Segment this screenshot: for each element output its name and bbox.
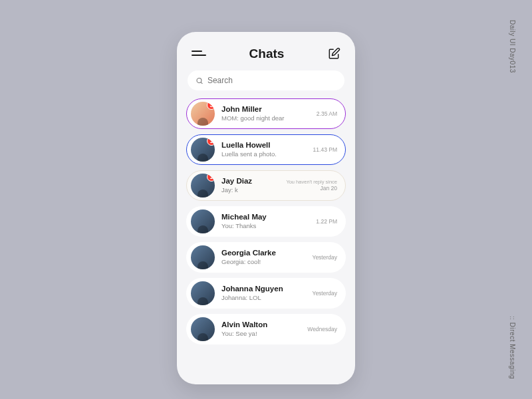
chat-info: Georgia ClarkeGeorgia: cool! bbox=[221, 249, 309, 266]
chat-name: Luella Howell bbox=[221, 141, 309, 150]
chat-name: Georgia Clarke bbox=[221, 249, 309, 258]
chat-name: Micheal May bbox=[221, 213, 312, 222]
chat-timestamp: 2.35 AM bbox=[317, 110, 337, 117]
page-title: Chats bbox=[249, 47, 285, 61]
search-icon bbox=[196, 76, 203, 85]
avatar: 3 bbox=[191, 102, 215, 126]
unread-badge: 3 bbox=[207, 102, 215, 110]
chat-preview: You: See ya! bbox=[221, 330, 303, 338]
chat-info: Alvin WaltonYou: See ya! bbox=[221, 321, 303, 338]
chat-item[interactable]: Georgia ClarkeGeorgia: cool!Yesterday bbox=[186, 242, 346, 273]
chat-info: Johanna NguyenJohanna: LOL bbox=[221, 285, 309, 302]
side-label-top: Daily UI Day013 bbox=[509, 20, 516, 73]
chat-preview: Georgia: cool! bbox=[221, 258, 309, 266]
chat-info: Micheal MayYou: Thanks bbox=[221, 213, 312, 230]
avatar bbox=[191, 245, 215, 269]
chat-preview: Luella sent a photo. bbox=[221, 150, 309, 158]
chat-timestamp: 1.22 PM bbox=[316, 218, 337, 225]
chat-item[interactable]: 1Luella HowellLuella sent a photo.11.43 … bbox=[186, 134, 346, 165]
search-bar[interactable] bbox=[188, 70, 344, 90]
chat-timestamp: You haven't reply sinceJan 20 bbox=[286, 179, 337, 192]
chat-item[interactable]: 1Jay DiazJay: kYou haven't reply sinceJa… bbox=[186, 170, 346, 201]
chat-list: 3John MillerMOM: good night dear2.35 AM1… bbox=[186, 98, 346, 344]
compose-icon[interactable] bbox=[327, 47, 340, 61]
chat-name: Alvin Walton bbox=[221, 321, 303, 330]
header: Chats bbox=[186, 47, 346, 70]
chat-preview: MOM: good night dear bbox=[221, 114, 313, 122]
chat-name: John Miller bbox=[221, 105, 313, 114]
chat-timestamp: Yesterday bbox=[313, 254, 338, 261]
chat-info: John MillerMOM: good night dear bbox=[221, 105, 313, 122]
unread-badge: 1 bbox=[207, 174, 215, 182]
chat-hint: You haven't reply since bbox=[286, 179, 337, 185]
menu-icon[interactable] bbox=[192, 49, 206, 59]
avatar: 1 bbox=[191, 138, 215, 162]
chat-preview: Johanna: LOL bbox=[221, 294, 309, 302]
avatar bbox=[191, 281, 215, 305]
chat-preview: Jay: k bbox=[221, 186, 282, 194]
chat-name: Johanna Nguyen bbox=[221, 285, 309, 294]
svg-point-0 bbox=[197, 78, 201, 82]
phone-frame: Chats 3John MillerMOM: good night dear2.… bbox=[177, 32, 355, 384]
chat-info: Jay DiazJay: k bbox=[221, 177, 282, 194]
avatar bbox=[191, 317, 215, 341]
chat-item[interactable]: 3John MillerMOM: good night dear2.35 AM bbox=[186, 98, 346, 129]
chat-timestamp: Yesterday bbox=[313, 290, 338, 297]
chat-timestamp: 11.43 PM bbox=[313, 146, 337, 153]
search-input[interactable] bbox=[207, 76, 336, 85]
chat-item[interactable]: Alvin WaltonYou: See ya!Wednesday bbox=[186, 314, 346, 344]
chat-preview: You: Thanks bbox=[221, 222, 312, 230]
chat-name: Jay Diaz bbox=[221, 177, 282, 186]
unread-badge: 1 bbox=[207, 138, 215, 146]
chat-item[interactable]: Micheal MayYou: Thanks1.22 PM bbox=[186, 206, 346, 237]
chat-info: Luella HowellLuella sent a photo. bbox=[221, 141, 309, 158]
avatar bbox=[191, 209, 215, 233]
chat-timestamp: Wednesday bbox=[307, 326, 337, 332]
chat-item[interactable]: Johanna NguyenJohanna: LOLYesterday bbox=[186, 278, 346, 309]
avatar: 1 bbox=[191, 174, 215, 198]
side-label-bottom: :: Direct Messaging bbox=[509, 316, 516, 379]
